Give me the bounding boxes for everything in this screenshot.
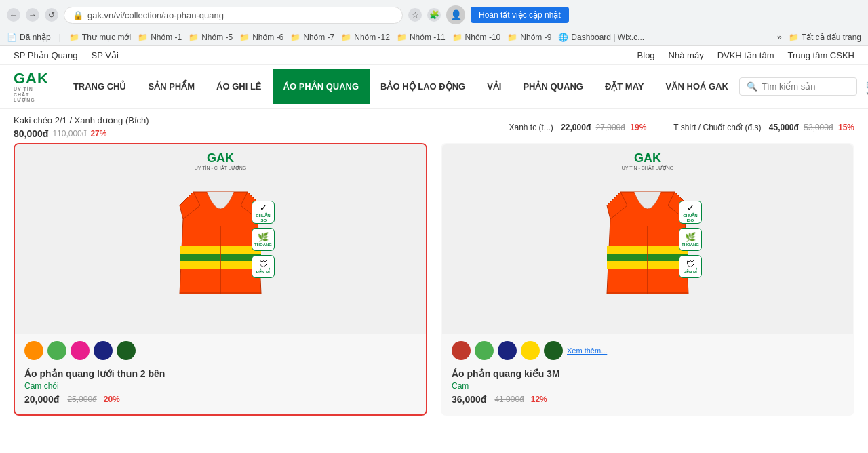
bookmark-nhom-11[interactable]: 📁 Nhóm -11	[397, 33, 446, 42]
feature-icon-2-3: 🛡 BỀN BỈ	[679, 255, 702, 278]
logo-subtitle: UY TÍN - CHẤT LƯỢNG	[14, 87, 49, 102]
search-input[interactable]	[762, 81, 850, 92]
above-pricing: 80,000đ 110,000đ 27%	[14, 128, 427, 139]
blog-link[interactable]: Blog	[637, 50, 655, 60]
bookmark-all[interactable]: 📁 Tất cả dấu trang	[789, 33, 861, 42]
swatch-xanh-dam[interactable]	[94, 341, 113, 360]
extension-button[interactable]: 🧩	[427, 8, 441, 22]
swatch-xanh-rung-2[interactable]	[544, 341, 563, 360]
site-topbar: SP Phản Quang SP Vải Blog Nhà máy DVKH t…	[0, 46, 868, 65]
swatch-vang[interactable]	[521, 341, 540, 360]
feature-icons-1: ✓ CHUẨN ISO 🌿 THOÁNG 🛡 BỀN BỈ	[252, 201, 275, 278]
above-subtitle: Kaki chéo 2/1 / Xanh dương (Bích)	[14, 115, 427, 125]
nav-phan-quang[interactable]: PHẢN QUANG	[512, 69, 593, 104]
profile-avatar[interactable]: 👤	[446, 5, 465, 24]
price-discount-1: 20%	[104, 395, 120, 404]
bookmark-wix[interactable]: 🌐 Dashboard | Wix.c...	[558, 33, 644, 42]
dvkh-link[interactable]: DVKH tận tâm	[717, 50, 774, 60]
search-box[interactable]: 🔍	[739, 77, 857, 96]
shield-icon: 🛡	[259, 259, 268, 269]
swatch-do[interactable]	[452, 341, 471, 360]
reload-button[interactable]: ↺	[45, 8, 58, 22]
product-info-2: Áo phản quang kiểu 3M Cam 36,000đ 41,000…	[442, 364, 853, 414]
bookmark-da-nhap[interactable]: 📄 Đã nhập	[7, 33, 51, 42]
nha-may-link[interactable]: Nhà máy	[669, 50, 704, 60]
swatch-xanh-la-2[interactable]	[475, 341, 494, 360]
swatch-cam[interactable]	[24, 341, 43, 360]
more-bookmarks[interactable]: »	[777, 33, 782, 42]
air-icon: 🌿	[258, 232, 269, 242]
bookmark-button[interactable]: ☆	[408, 8, 422, 22]
lock-icon: 🔒	[73, 10, 83, 20]
forward-button[interactable]: →	[26, 8, 39, 22]
nav-vai[interactable]: VẢI	[476, 69, 512, 104]
product-title-1: Áo phản quang lưới thun 2 bên	[24, 368, 416, 379]
partial-right-disc: 15%	[838, 123, 854, 132]
nav-trang-chu[interactable]: TRANG CHỦ	[62, 69, 138, 104]
bookmark-nhom-6[interactable]: 📁 Nhóm -6	[239, 33, 283, 42]
cart-icon-symbol: 🛒	[865, 78, 868, 95]
nav-dat-may[interactable]: ĐẶT MAY	[594, 69, 655, 104]
above-card-info: Kaki chéo 2/1 / Xanh dương (Bích) 80,000…	[14, 115, 427, 139]
product-logo-text-1: GAK	[195, 151, 247, 165]
feature-icons-2: ✓ CHUẨN ISO 🌿 THOÁNG 🛡 BỀN BỈ	[679, 201, 702, 278]
folder-icon: 📁	[290, 33, 300, 42]
logo-text: GAK	[14, 71, 49, 87]
back-button[interactable]: ←	[7, 8, 20, 22]
product-logo-1: GAK UY TÍN - CHẤT LƯỢNG	[195, 151, 247, 171]
feature-icon-1-1: ✓ CHUẨN ISO	[252, 201, 275, 224]
product-title-2: Áo phản quang kiểu 3M	[452, 368, 844, 379]
product-card-2[interactable]: GAK UY TÍN - CHẤT LƯỢNG	[441, 143, 854, 416]
nav-ao-phan-quang[interactable]: ÁO PHẢN QUANG	[273, 69, 370, 104]
bookmark-nhom-7[interactable]: 📁 Nhóm -7	[290, 33, 334, 42]
divider: |	[59, 33, 61, 42]
sp-phan-quang-link[interactable]: SP Phản Quang	[14, 50, 78, 60]
product-logo-2: GAK UY TÍN - CHẤT LƯỢNG	[622, 151, 674, 171]
feature-icon-2-1: ✓ CHUẨN ISO	[679, 201, 702, 224]
product-logo-text-2: GAK	[622, 151, 674, 165]
see-more-colors[interactable]: Xem thêm...	[567, 347, 607, 355]
bookmark-nhom-1[interactable]: 📁 Nhóm -1	[138, 33, 182, 42]
bookmark-bar: 📄 Đã nhập | 📁 Thư mục mới 📁 Nhóm -1 📁 Nh…	[0, 30, 868, 45]
feature-icon-2-2: 🌿 THOÁNG	[679, 228, 702, 251]
folder-icon: 📁	[452, 33, 462, 42]
partial-right-info: Xanh tc (t...) 22,000đ 27,000đ 19% T shi…	[441, 123, 854, 132]
above-price-old: 110,000đ	[52, 129, 86, 138]
product-card-1[interactable]: GAK UY TÍN - CHẤT LƯỢNG	[14, 143, 427, 416]
shield-icon-2: 🛡	[686, 259, 695, 269]
bookmark-nhom-9[interactable]: 📁 Nhóm -9	[507, 33, 551, 42]
product-color-1: Cam chói	[24, 381, 416, 391]
folder-icon: 📁	[138, 33, 148, 42]
cart-button[interactable]: 🛒 0	[865, 78, 868, 96]
nav-van-hoa[interactable]: VĂN HOÁ GAK	[655, 69, 739, 104]
nav-items: TRANG CHỦ SẢN PHẨM ÁO GHI LÊ ÁO PHẢN QUA…	[62, 69, 739, 104]
address-bar[interactable]: 🔒 gak.vn/vi/collection/ao-phan-quang	[64, 7, 403, 24]
product-logo-sub-2: UY TÍN - CHẤT LƯỢNG	[622, 165, 674, 171]
nav-bao-ho[interactable]: BẢO HỘ LAO ĐỘNG	[370, 69, 476, 104]
swatch-xanh-la[interactable]	[47, 341, 66, 360]
doc-icon: 📄	[7, 33, 17, 42]
price-discount-2: 12%	[531, 395, 547, 404]
check-icon-2: ✓	[687, 203, 694, 213]
partial-left-old: 27,000đ	[596, 123, 625, 132]
swatch-xanh-rung[interactable]	[117, 341, 136, 360]
swatch-hong[interactable]	[71, 341, 90, 360]
complete-update-button[interactable]: Hoàn tất việc cập nhật	[471, 7, 569, 23]
bookmark-nhom-5[interactable]: 📁 Nhóm -5	[189, 33, 233, 42]
feature-icon-1-3: 🛡 BỀN BỈ	[252, 255, 275, 278]
sp-vai-link[interactable]: SP Vải	[92, 50, 119, 60]
site-logo[interactable]: GAK UY TÍN - CHẤT LƯỢNG	[14, 65, 62, 108]
price-main-2: 36,000đ	[452, 394, 486, 405]
nav-ao-ghi-le[interactable]: ÁO GHI LÊ	[205, 69, 272, 104]
swatch-xanh-dam-2[interactable]	[498, 341, 517, 360]
bookmark-nhom-10[interactable]: 📁 Nhóm -10	[452, 33, 501, 42]
partial-right-price-val: 45,000đ	[769, 123, 799, 132]
bookmark-nhom-12[interactable]: 📁 Nhóm -12	[341, 33, 390, 42]
nav-san-pham[interactable]: SẢN PHẨM	[138, 69, 206, 104]
cskh-link[interactable]: Trung tâm CSKH	[788, 50, 855, 60]
folder-icon: 📁	[507, 33, 517, 42]
bookmark-thu-muc-moi[interactable]: 📁 Thư mục mới	[69, 33, 131, 42]
url-text: gak.vn/vi/collection/ao-phan-quang	[87, 10, 224, 20]
price-main-1: 20,000đ	[24, 394, 59, 405]
partial-right-name: T shirt / Chuốt chốt (đ.s)	[673, 123, 761, 132]
